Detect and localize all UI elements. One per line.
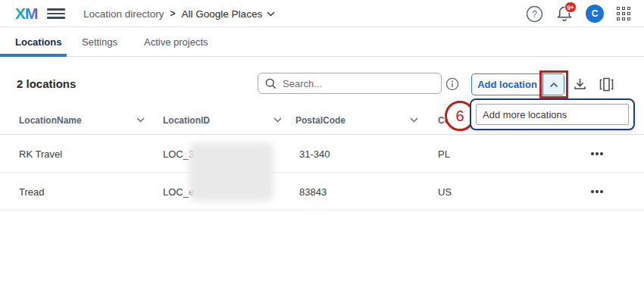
cell-postal-code: 83843 bbox=[299, 186, 327, 198]
help-icon[interactable]: ? bbox=[526, 5, 543, 23]
chevron-down-icon[interactable] bbox=[136, 117, 145, 123]
menu-item-add-more-locations[interactable]: Add more locations bbox=[476, 104, 629, 125]
chevron-up-icon bbox=[549, 82, 558, 88]
search-input[interactable] bbox=[283, 78, 434, 89]
breadcrumb: Location directory > All Google Places bbox=[83, 7, 275, 20]
cell-postal-code: 31-340 bbox=[299, 148, 330, 160]
columns-view-icon[interactable] bbox=[598, 76, 615, 93]
chevron-down-icon[interactable] bbox=[274, 117, 282, 123]
tab-locations[interactable]: Locations bbox=[15, 27, 61, 56]
xm-logo: XM bbox=[15, 5, 38, 23]
notifications-button[interactable]: 9+ bbox=[556, 5, 573, 23]
add-location-dropdown-menu: Add more locations bbox=[470, 98, 635, 130]
cell-country-code: US bbox=[438, 186, 452, 198]
menu-icon[interactable] bbox=[47, 8, 65, 19]
notification-badge: 9+ bbox=[564, 2, 577, 13]
info-icon[interactable] bbox=[445, 77, 459, 91]
svg-text:?: ? bbox=[532, 9, 537, 20]
add-location-dropdown-toggle[interactable] bbox=[542, 74, 564, 95]
column-header-postal-code[interactable]: PostalCode bbox=[295, 115, 345, 126]
column-header-location-name[interactable]: LocationName bbox=[19, 115, 82, 126]
tab-settings[interactable]: Settings bbox=[82, 27, 117, 56]
column-header-location-id[interactable]: LocationID bbox=[163, 115, 210, 126]
add-location-button[interactable]: Add location bbox=[472, 74, 542, 95]
search-box[interactable] bbox=[258, 73, 442, 94]
locations-count: 2 locations bbox=[17, 77, 76, 90]
chevron-down-icon bbox=[267, 11, 275, 17]
table-row[interactable]: RK Travel LOC_3 31-340 PL bbox=[0, 135, 644, 173]
breadcrumb-separator: > bbox=[170, 8, 176, 19]
cell-location-name: RK Travel bbox=[19, 148, 62, 160]
chevron-down-icon[interactable] bbox=[410, 117, 418, 123]
row-actions-button[interactable] bbox=[585, 144, 609, 164]
top-bar: XM Location directory > All Google Place… bbox=[0, 0, 644, 27]
avatar[interactable]: C bbox=[586, 5, 604, 23]
cell-country-code: PL bbox=[438, 148, 450, 160]
breadcrumb-parent[interactable]: Location directory bbox=[83, 8, 164, 20]
tab-active-projects[interactable]: Active projects bbox=[144, 27, 208, 56]
breadcrumb-current[interactable]: All Google Places bbox=[182, 8, 276, 20]
apps-grid-icon[interactable] bbox=[617, 7, 630, 20]
download-icon[interactable] bbox=[572, 76, 588, 92]
breadcrumb-current-label: All Google Places bbox=[182, 8, 263, 20]
redacted-location-ids bbox=[189, 142, 274, 201]
search-icon bbox=[265, 78, 277, 89]
tab-bar: Locations Settings Active projects bbox=[0, 27, 644, 57]
topbar-actions: ? 9+ C bbox=[526, 0, 630, 27]
table-row[interactable]: Tread LOC_e 83843 US bbox=[0, 173, 644, 211]
active-tab-indicator bbox=[0, 54, 67, 57]
location-directory-page: XM Location directory > All Google Place… bbox=[0, 0, 644, 303]
row-actions-button[interactable] bbox=[585, 182, 609, 201]
cell-location-name: Tread bbox=[19, 186, 44, 198]
add-location-split-button: Add location bbox=[471, 73, 564, 95]
